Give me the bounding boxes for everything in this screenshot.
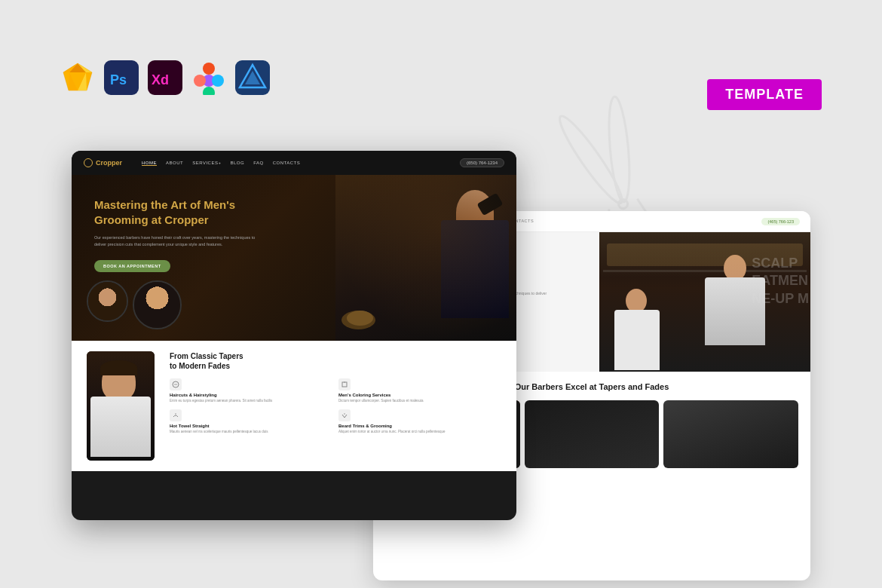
front-lower-content: From Classic Tapers to Modern Fades Hair… (170, 351, 501, 461)
front-nav-links: HOME ABOUT SERVICES+ BLOG FAQ CONTACTS (142, 161, 300, 166)
beard-icon (338, 409, 351, 421)
service-title-3: Hot Towel Straight (170, 424, 332, 428)
customer-silhouette (614, 281, 660, 372)
front-lower-photo (87, 351, 155, 461)
back-photo-3 (663, 400, 798, 468)
service-beard: Beard Trims & Grooming Aliquet enim tort… (338, 409, 501, 434)
back-phone-number: (465) 766-123 (761, 218, 800, 225)
front-hero-title: Mastering the Art of Men's Grooming at C… (94, 198, 268, 227)
haircuts-icon (170, 378, 182, 390)
service-coloring: Men's Coloring Services Dictum tempor ul… (338, 378, 501, 403)
service-desc-2: Dictum tempor ullamcorper. Sapien faucib… (338, 399, 501, 403)
template-badge: TEMPLATE (707, 79, 822, 110)
front-nav-contacts[interactable]: CONTACTS (273, 161, 301, 166)
front-mockup: Cropper HOME ABOUT SERVICES+ BLOG FAQ CO… (72, 151, 516, 520)
small-photo-2 (133, 280, 182, 329)
photoshop-icon: Ps (104, 60, 139, 98)
front-hero-content: Mastering the Art of Men's Grooming at C… (94, 198, 268, 272)
front-nav-about[interactable]: ABOUT (166, 161, 183, 166)
service-title-2: Men's Coloring Services (338, 393, 501, 397)
front-small-photos (87, 280, 182, 329)
service-haircuts: Haircuts & Hairstyling Enim eu turpis eg… (170, 378, 332, 403)
small-photo-1 (87, 280, 128, 322)
front-nav-blog[interactable]: BLOG (230, 161, 244, 166)
svg-rect-14 (194, 75, 206, 87)
front-nav: Cropper HOME ABOUT SERVICES+ BLOG FAQ CO… (72, 151, 516, 175)
front-logo: Cropper (84, 158, 122, 167)
front-hero-photo (335, 175, 516, 341)
service-desc-3: Mauris aenean vel nis scelerisque mauris… (170, 430, 332, 434)
towel-icon (170, 409, 182, 421)
coloring-icon (338, 378, 351, 390)
service-desc-1: Enim eu turpis egestas pretum aenean pha… (170, 399, 332, 403)
front-lower-title: From Classic Tapers to Modern Fades (170, 351, 501, 371)
front-lower-services: Haircuts & Hairstyling Enim eu turpis eg… (170, 378, 501, 435)
customer-cape (614, 310, 660, 370)
svg-point-15 (212, 75, 224, 87)
back-hero-photo: SCALP EATMEN NE-UP M (599, 232, 810, 372)
adobexd-icon: Xd (148, 60, 182, 98)
front-phone-number: (650) 764-1234 (460, 158, 504, 167)
service-title-4: Beard Trims & Grooming (338, 424, 501, 428)
mockup-container: HOME ABOUT SERVICES+ BLOG FAQ CONTACTS (… (72, 151, 810, 580)
front-hero: Mastering the Art of Men's Grooming at C… (72, 175, 516, 341)
svg-rect-13 (203, 87, 215, 95)
front-nav-faq[interactable]: FAQ (253, 161, 264, 166)
front-hero-cta-button[interactable]: BOOK AN APPOINTMENT (94, 260, 170, 272)
sketch-icon (60, 60, 95, 98)
service-title-1: Haircuts & Hairstyling (170, 393, 332, 397)
affinity-icon (235, 60, 270, 98)
service-towel: Hot Towel Straight Mauris aenean vel nis… (170, 409, 332, 434)
front-lower: From Classic Tapers to Modern Fades Hair… (72, 341, 516, 471)
svg-rect-11 (203, 63, 215, 75)
figma-icon (191, 60, 226, 98)
logo-icon (84, 158, 93, 167)
svg-text:Ps: Ps (110, 72, 127, 87)
tool-icons-bar: Ps Xd (60, 60, 270, 98)
front-nav-home[interactable]: HOME (142, 161, 157, 166)
svg-text:Xd: Xd (152, 72, 169, 87)
service-desc-4: Aliquet enim tortor at auctor urna nunc.… (338, 430, 501, 434)
back-photo-2 (525, 400, 660, 468)
front-hero-description: Our experienced barbers have honed their… (94, 234, 268, 248)
front-nav-services[interactable]: SERVICES+ (192, 161, 221, 166)
back-watermark: SCALP EATMEN NE-UP M (752, 255, 809, 308)
